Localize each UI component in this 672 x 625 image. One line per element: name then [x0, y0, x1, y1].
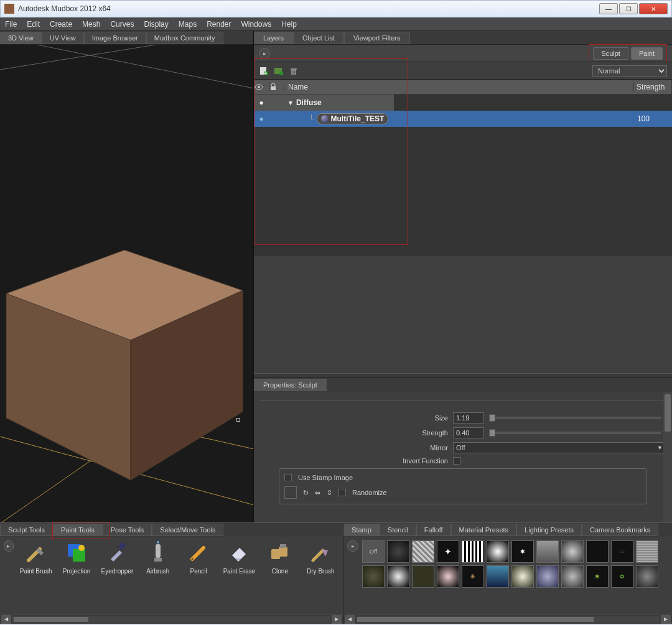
- menu-curves[interactable]: Curves: [110, 20, 134, 29]
- new-layer-icon[interactable]: [259, 66, 269, 76]
- strength-column-header[interactable]: Strength: [634, 83, 671, 91]
- menu-edit[interactable]: Edit: [27, 20, 40, 29]
- flip-v-icon[interactable]: ⇕: [327, 489, 332, 497]
- tab-viewport-filters[interactable]: Viewport Filters: [344, 32, 410, 44]
- brush-tray-collapse-icon[interactable]: ▸: [4, 540, 14, 552]
- stamp-thumb[interactable]: ✱: [511, 540, 534, 563]
- collapse-toggle-icon[interactable]: ▸: [259, 48, 270, 59]
- brush-clone[interactable]: Clone: [261, 540, 298, 575]
- stamp-thumb[interactable]: [561, 540, 584, 563]
- svg-line-1: [37, 45, 253, 88]
- size-label: Size: [260, 414, 453, 422]
- window-maximize-button[interactable]: ☐: [619, 3, 638, 14]
- brush-scrollbar[interactable]: ◀▶: [0, 614, 343, 624]
- blend-mode-select[interactable]: Normal: [592, 65, 667, 76]
- brush-airbrush[interactable]: Airbrush: [139, 540, 176, 575]
- tab-properties-sculpt[interactable]: Properties: Sculpt: [254, 379, 327, 391]
- brush-pencil[interactable]: Pencil: [180, 540, 217, 575]
- layer-item-multitile[interactable]: ● └ MultiTile_TEST 100: [254, 111, 672, 127]
- tab-sculpt-tools[interactable]: Sculpt Tools: [0, 524, 53, 536]
- stamp-thumb[interactable]: ❋: [462, 565, 484, 588]
- invert-checkbox[interactable]: [453, 457, 460, 465]
- tab-lighting-presets[interactable]: Lighting Presets: [516, 524, 582, 536]
- menu-create[interactable]: Create: [50, 20, 72, 29]
- rotate-icon[interactable]: ↻: [303, 489, 309, 497]
- layer-group-diffuse[interactable]: ● ▼Diffuse: [254, 95, 394, 111]
- stamp-thumb[interactable]: [487, 565, 509, 588]
- lock-column-icon[interactable]: [269, 83, 284, 91]
- tab-stencil[interactable]: Stencil: [380, 524, 416, 536]
- stamp-preview[interactable]: [284, 486, 297, 499]
- stamp-thumb[interactable]: [462, 540, 484, 563]
- panel-splitter[interactable]: [254, 373, 672, 378]
- tab-camera-bookmarks[interactable]: Camera Bookmarks: [582, 524, 658, 536]
- window-close-button[interactable]: ✕: [639, 3, 668, 14]
- tab-paint-tools[interactable]: Paint Tools: [53, 524, 103, 536]
- stamp-thumb[interactable]: ❀: [586, 565, 609, 588]
- stamp-thumb[interactable]: [412, 565, 434, 588]
- brush-dry-brush[interactable]: Dry Brush: [302, 540, 339, 575]
- name-column-header[interactable]: Name: [284, 83, 634, 91]
- svg-rect-27: [118, 542, 126, 550]
- tab-object-list[interactable]: Object List: [293, 32, 344, 44]
- tab-uv-view[interactable]: UV View: [42, 32, 84, 44]
- tab-select-move-tools[interactable]: Select/Move Tools: [152, 524, 223, 536]
- randomize-checkbox[interactable]: [338, 489, 346, 496]
- size-slider[interactable]: [489, 417, 661, 419]
- menu-windows[interactable]: Windows: [241, 20, 271, 29]
- stamp-thumb[interactable]: [487, 540, 509, 563]
- visibility-column-icon[interactable]: [254, 83, 269, 91]
- menu-help[interactable]: Help: [281, 20, 297, 29]
- mode-sculpt-button[interactable]: Sculpt: [593, 47, 628, 60]
- stamp-thumb[interactable]: ✦: [437, 540, 459, 563]
- window-minimize-button[interactable]: —: [599, 3, 618, 14]
- brush-eyedropper[interactable]: Eyedropper: [99, 540, 136, 575]
- tab-stamp[interactable]: Stamp: [343, 524, 380, 536]
- stamp-thumb[interactable]: ·⁙·: [611, 540, 633, 563]
- layer-strength-value[interactable]: 100: [635, 114, 672, 123]
- stamp-thumb[interactable]: [636, 565, 658, 588]
- brush-paint-brush[interactable]: Paint Brush: [17, 540, 54, 575]
- menu-maps[interactable]: Maps: [179, 20, 197, 29]
- 3d-viewport[interactable]: [0, 45, 253, 522]
- stamp-thumb[interactable]: [561, 565, 584, 588]
- stamp-thumb[interactable]: ✿: [611, 565, 633, 588]
- stamp-thumb[interactable]: [636, 540, 658, 563]
- strength-slider[interactable]: [489, 432, 661, 434]
- stamp-thumb[interactable]: [387, 565, 409, 588]
- stamp-thumb[interactable]: [387, 540, 409, 563]
- tab-pose-tools[interactable]: Pose Tools: [103, 524, 152, 536]
- brush-projection[interactable]: Projection: [58, 540, 95, 575]
- stamp-thumb[interactable]: [536, 565, 559, 588]
- layer-options-icon[interactable]: [274, 66, 284, 76]
- strength-input[interactable]: [453, 427, 484, 438]
- stamp-thumb[interactable]: [437, 565, 459, 588]
- menu-file[interactable]: File: [5, 20, 17, 29]
- tab-material-presets[interactable]: Material Presets: [451, 524, 516, 536]
- use-stamp-checkbox[interactable]: [284, 474, 292, 481]
- menu-render[interactable]: Render: [207, 20, 231, 29]
- mode-paint-button[interactable]: Paint: [631, 47, 663, 60]
- mirror-select[interactable]: Off▼: [453, 442, 666, 453]
- stamp-scrollbar[interactable]: ◀▶: [343, 614, 672, 624]
- tab-layers[interactable]: Layers: [254, 32, 293, 44]
- stamp-thumb[interactable]: [412, 540, 434, 563]
- stamp-thumb[interactable]: [536, 540, 559, 563]
- stamp-thumb[interactable]: [511, 565, 534, 588]
- brush-paint-erase[interactable]: Paint Erase: [221, 540, 258, 575]
- menu-mesh[interactable]: Mesh: [82, 20, 100, 29]
- delete-layer-icon[interactable]: [289, 66, 299, 76]
- menu-display[interactable]: Display: [144, 20, 168, 29]
- stamp-thumb[interactable]: [586, 540, 609, 563]
- size-input[interactable]: [453, 412, 484, 424]
- right-panel-tabs: Layers Object List Viewport Filters: [254, 31, 672, 45]
- tab-image-browser[interactable]: Image Browser: [84, 32, 146, 44]
- tab-3d-view[interactable]: 3D View: [0, 32, 42, 44]
- properties-scrollbar[interactable]: [663, 392, 672, 522]
- flip-h-icon[interactable]: ⇔: [315, 489, 320, 497]
- stamp-thumb[interactable]: [362, 565, 385, 588]
- stamp-off[interactable]: Off: [362, 540, 385, 563]
- tab-mudbox-community[interactable]: Mudbox Community: [146, 32, 223, 44]
- stamp-tray-collapse-icon[interactable]: ▸: [347, 540, 358, 552]
- tab-falloff[interactable]: Falloff: [416, 524, 451, 536]
